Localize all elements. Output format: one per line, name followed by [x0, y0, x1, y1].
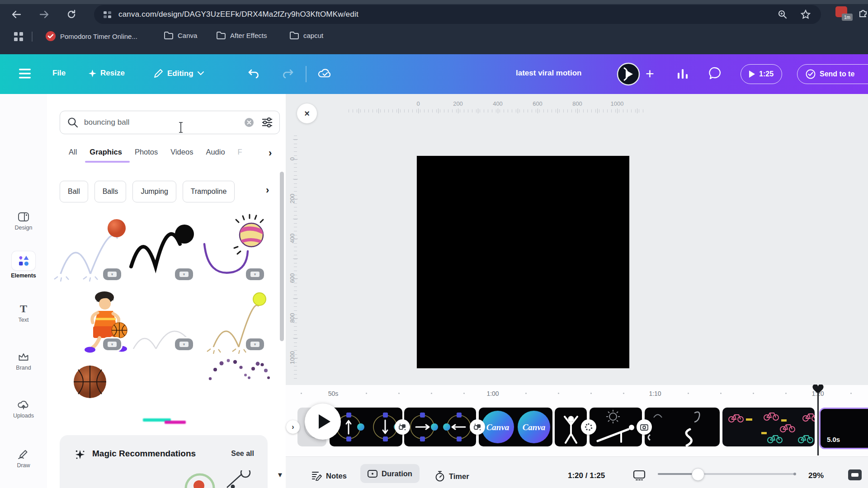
- timeline-expand-chevron[interactable]: ›: [286, 420, 300, 434]
- timeline-clip-orbit-1[interactable]: [330, 408, 402, 446]
- animated-badge: ▾: [174, 267, 194, 282]
- pomodoro-favicon-icon: [45, 31, 56, 42]
- animated-badge: ▾: [174, 337, 194, 352]
- tab-all[interactable]: All: [69, 148, 77, 156]
- folder-icon: [164, 31, 174, 40]
- bookmark-star-icon[interactable]: [800, 9, 811, 19]
- tab-videos[interactable]: Videos: [170, 148, 193, 156]
- timeline-clip-selected[interactable]: 5.0s: [819, 408, 868, 449]
- site-info-icon[interactable]: [103, 10, 112, 19]
- extensions-puzzle-icon[interactable]: [858, 7, 868, 18]
- play-preview-button[interactable]: 1:25: [741, 64, 782, 84]
- timeline-clip-bicycles[interactable]: [722, 408, 815, 446]
- sidebar-item-design[interactable]: Design: [0, 211, 47, 231]
- notes-button[interactable]: Notes: [311, 471, 347, 481]
- chip-ball[interactable]: Ball: [60, 181, 88, 202]
- svg-text:Canva: Canva: [486, 422, 509, 432]
- apps-grid-icon[interactable]: [14, 32, 24, 42]
- add-member-button[interactable]: +: [646, 66, 654, 82]
- zoom-page-icon[interactable]: [778, 9, 788, 19]
- duration-icon: [368, 470, 377, 478]
- see-all-link[interactable]: See all: [231, 450, 254, 458]
- graphics-results-grid[interactable]: [47, 203, 286, 435]
- panel-scroll-down-icon[interactable]: ▼: [277, 471, 283, 479]
- animated-badge: ▾: [245, 337, 265, 352]
- menu-hamburger-icon[interactable]: [19, 68, 32, 79]
- search-input[interactable]: bouncing ball: [60, 111, 280, 134]
- canva-editor-window: canva.com/design/DAGY3UzEEFk/DRX4Ma2fZry…: [0, 0, 868, 488]
- chips-scroll-chevron-icon[interactable]: ›: [266, 184, 269, 196]
- sidebar-item-draw[interactable]: Draw: [0, 448, 47, 469]
- editing-mode-button[interactable]: Editing: [154, 69, 204, 78]
- transition-button-dissolve[interactable]: [395, 419, 410, 435]
- back-icon[interactable]: [11, 10, 22, 19]
- magic-recommendation-thumbs[interactable]: [182, 470, 263, 488]
- undo-icon[interactable]: [248, 67, 261, 80]
- timeline-clip-figure-plank[interactable]: [590, 408, 642, 446]
- url-text[interactable]: canva.com/design/DAGY3UzEEFk/DRX4Ma2fZry…: [118, 10, 359, 19]
- timeline-clip-canva-logos[interactable]: Canva Canva: [479, 408, 552, 446]
- result-tabs: All Graphics Photos Videos Audio F: [69, 148, 242, 156]
- result-dotted-arc: [209, 359, 270, 380]
- bookmark-label: Pomodoro Timer Online...: [60, 33, 137, 40]
- pages-view-icon[interactable]: [633, 470, 646, 481]
- sidebar-item-text[interactable]: T Text: [0, 303, 47, 323]
- bookmark-label: After Effects: [230, 32, 267, 39]
- duration-button[interactable]: Duration: [360, 464, 420, 483]
- design-title[interactable]: latest viral motion: [516, 69, 602, 78]
- sidebar-item-elements[interactable]: Elements: [0, 251, 47, 279]
- bookmark-pomodoro[interactable]: Pomodoro Timer Online...: [45, 31, 137, 42]
- clear-search-icon[interactable]: [244, 117, 254, 127]
- ruler-h-label: 600: [533, 100, 542, 107]
- ruler-h-label: 1000: [611, 100, 624, 107]
- animated-badge: ▾: [245, 267, 265, 282]
- transition-button-dots[interactable]: [581, 419, 596, 435]
- sidebar-item-uploads[interactable]: Uploads: [0, 399, 47, 419]
- cloud-saved-icon[interactable]: [317, 67, 334, 80]
- text-icon: T: [18, 303, 29, 314]
- tab-graphics[interactable]: Graphics: [90, 148, 122, 156]
- forward-icon[interactable]: [39, 10, 50, 19]
- timeline-clip-squiggles[interactable]: [645, 408, 720, 446]
- fullscreen-icon[interactable]: [848, 469, 862, 480]
- tab-frames-partial[interactable]: F: [238, 148, 242, 156]
- playhead-line[interactable]: [817, 393, 819, 455]
- bookmark-folder-capcut[interactable]: capcut: [289, 31, 323, 40]
- timer-button[interactable]: Timer: [435, 471, 469, 482]
- timeline-play-button[interactable]: [305, 404, 341, 440]
- comments-icon[interactable]: [708, 66, 722, 81]
- zoom-slider-handle[interactable]: [692, 468, 704, 481]
- chip-trampoline[interactable]: Trampoline: [183, 181, 235, 202]
- tabs-scroll-chevron-icon[interactable]: ›: [269, 147, 272, 159]
- folder-icon: [216, 31, 226, 40]
- bookmark-folder-after-effects[interactable]: After Effects: [216, 31, 267, 40]
- url-bar[interactable]: canva.com/design/DAGY3UzEEFk/DRX4Ma2fZry…: [94, 5, 821, 24]
- result-glitch-text[interactable]: [143, 418, 186, 424]
- clip-duration-label: 5.0s: [827, 436, 840, 443]
- crown-icon: [18, 352, 29, 362]
- chip-jumping[interactable]: Jumping: [132, 181, 176, 202]
- chip-balls[interactable]: Balls: [94, 181, 127, 202]
- send-to-button[interactable]: Send to te: [797, 64, 868, 84]
- sidebar-item-brand[interactable]: Brand: [0, 352, 47, 371]
- filter-settings-icon[interactable]: [261, 117, 273, 128]
- file-button[interactable]: File: [52, 69, 66, 78]
- timeline-clip-orbit-2[interactable]: [404, 408, 476, 446]
- resize-button[interactable]: Resize: [89, 69, 125, 78]
- redo-icon[interactable]: [280, 67, 294, 80]
- avatar[interactable]: [617, 62, 640, 86]
- zoom-percent: 29%: [808, 471, 824, 480]
- tab-photos[interactable]: Photos: [135, 148, 158, 156]
- close-panel-button[interactable]: ×: [297, 103, 317, 123]
- transition-button-camera[interactable]: [637, 419, 652, 435]
- browser-chrome: canva.com/design/DAGY3UzEEFk/DRX4Ma2fZry…: [0, 0, 868, 54]
- magic-recommendations-title: Magic Recommendations: [92, 449, 196, 459]
- bookmark-folder-canva[interactable]: Canva: [164, 31, 197, 40]
- timeline-tick: 1:00: [486, 390, 499, 397]
- reload-icon[interactable]: [66, 9, 77, 20]
- tab-audio[interactable]: Audio: [206, 148, 225, 156]
- transition-button-dissolve[interactable]: [470, 419, 485, 435]
- text-cursor-pointer: [178, 122, 184, 133]
- insights-chart-icon[interactable]: [676, 67, 689, 80]
- design-page[interactable]: [417, 156, 629, 368]
